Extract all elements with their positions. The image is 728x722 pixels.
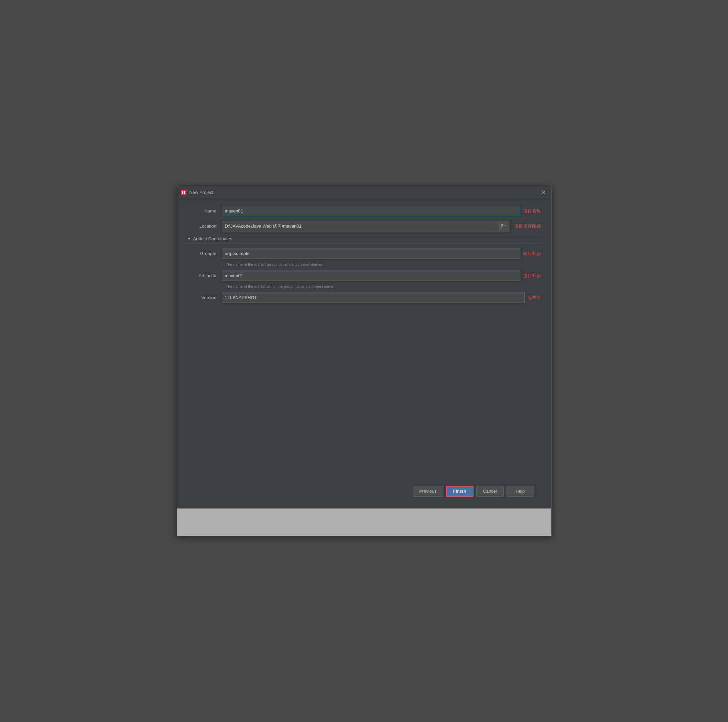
name-row: Name: 项目名称	[187, 206, 541, 216]
intellij-icon	[180, 190, 187, 196]
location-annotation: 项目保存路径	[514, 223, 541, 229]
groupid-hint: The name of the artifact group, usually …	[226, 262, 541, 266]
artifactid-row: ArtifactId: 项目标识	[187, 271, 541, 281]
artifactid-field-group: 项目标识	[222, 271, 541, 281]
svg-rect-0	[181, 190, 187, 195]
version-row: Version: 版本号	[187, 292, 541, 303]
svg-rect-2	[184, 191, 185, 194]
dialog-footer: Previous Finish Cancel Help	[187, 481, 541, 502]
section-divider	[236, 239, 541, 239]
location-input-wrapper	[222, 221, 509, 231]
groupid-input[interactable]	[222, 249, 520, 259]
artifact-section-title: Artifact Coordinates	[193, 236, 232, 241]
artifactid-annotation: 项目标识	[523, 273, 541, 279]
location-row: Location: 项目保存路径	[187, 221, 541, 231]
svg-rect-1	[182, 191, 183, 194]
name-annotation: 项目名称	[523, 208, 541, 214]
help-button[interactable]: Help	[506, 486, 534, 497]
groupid-label: GroupId:	[187, 251, 222, 256]
section-toggle[interactable]: ▼	[187, 237, 191, 241]
version-field-group: 版本号	[222, 292, 541, 303]
version-annotation: 版本号	[528, 295, 541, 301]
location-browse-button[interactable]	[499, 222, 509, 231]
groupid-annotation: 分组标识	[523, 251, 541, 257]
artifactid-hint: The name of the artifact within the grou…	[226, 285, 541, 288]
artifactid-label: ArtifactId:	[187, 273, 222, 278]
version-input[interactable]	[222, 292, 525, 303]
title-bar-left: New Project	[180, 190, 214, 196]
location-label: Location:	[187, 223, 222, 229]
finish-button[interactable]: Finish	[446, 486, 474, 497]
dialog-content: Name: 项目名称 Location: 项目保存	[177, 199, 551, 508]
artifact-section-header: ▼ Artifact Coordinates	[187, 236, 541, 244]
cancel-button[interactable]: Cancel	[476, 486, 504, 497]
svg-rect-4	[502, 224, 503, 226]
bottom-gray-area	[177, 508, 551, 536]
name-field-group: 项目名称	[222, 206, 541, 216]
location-input[interactable]	[222, 222, 499, 231]
title-bar: New Project ✕	[177, 187, 551, 199]
close-button[interactable]: ✕	[540, 188, 548, 197]
groupid-row: GroupId: 分组标识	[187, 249, 541, 259]
groupid-field-group: 分组标识	[222, 249, 541, 259]
content-spacer	[187, 308, 541, 481]
name-label: Name:	[187, 208, 222, 214]
version-label: Version:	[187, 295, 222, 300]
new-project-dialog: New Project ✕ Name: 项目名称 Location:	[177, 186, 552, 536]
artifactid-input[interactable]	[222, 271, 520, 281]
svg-rect-3	[502, 225, 506, 228]
dialog-title: New Project	[190, 190, 214, 195]
previous-button[interactable]: Previous	[413, 486, 443, 497]
name-input[interactable]	[222, 206, 520, 216]
